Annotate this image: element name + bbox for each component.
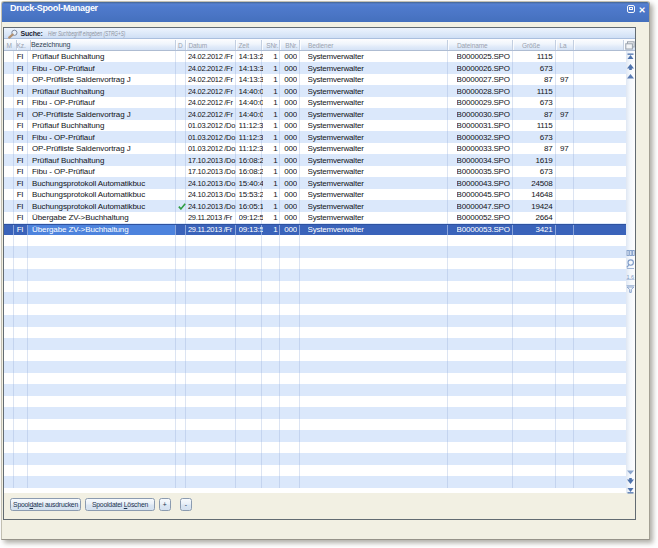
svg-text:1,6: 1,6 — [627, 273, 635, 279]
